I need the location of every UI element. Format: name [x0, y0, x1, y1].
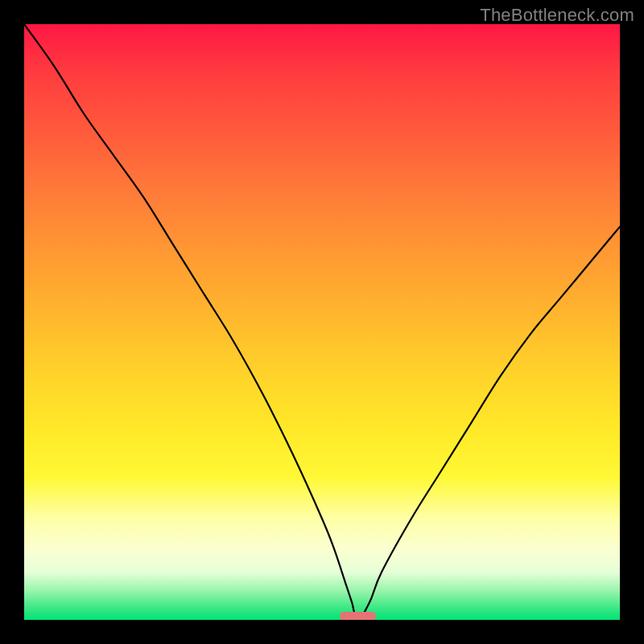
- optimum-marker: [340, 612, 375, 620]
- plot-area: [24, 24, 620, 620]
- watermark-text: TheBottleneck.com: [480, 5, 634, 26]
- chart-container: TheBottleneck.com: [0, 0, 644, 644]
- bottleneck-curve: [24, 24, 620, 620]
